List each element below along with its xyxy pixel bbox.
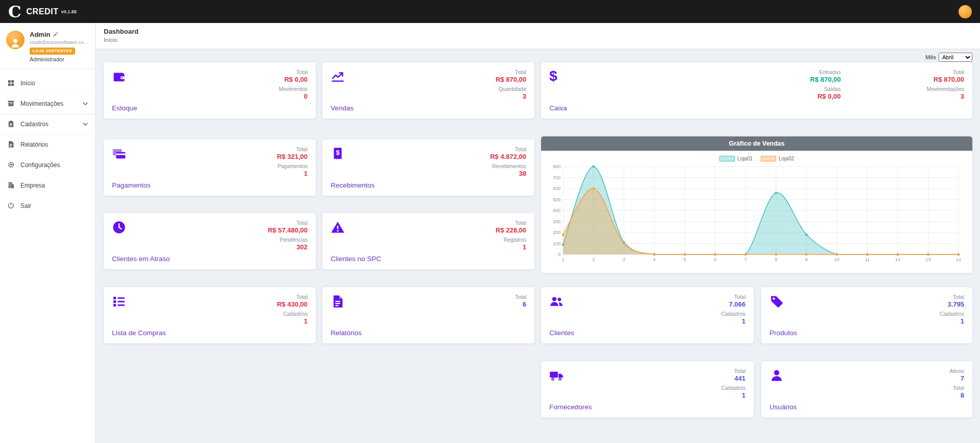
month-label: Mês <box>925 54 936 60</box>
legend-swatch <box>761 156 776 161</box>
svg-text:14: 14 <box>956 257 961 262</box>
profile-avatar[interactable] <box>6 31 25 49</box>
card-fornecedores[interactable]: Fornecedores Total 441 Cadastros 1 <box>541 361 754 417</box>
card-recebimentos[interactable]: $ Recebimentos Total R$ 4.872,00 Recebim… <box>322 139 534 196</box>
svg-text:100: 100 <box>553 241 561 246</box>
app-version: v0.1.88 <box>61 9 77 14</box>
svg-text:11: 11 <box>865 257 870 262</box>
breadcrumb[interactable]: Início <box>104 37 972 43</box>
svg-text:$: $ <box>336 149 339 156</box>
card-title: Clientes em Atraso <box>112 255 170 263</box>
file-text-icon <box>331 294 362 309</box>
svg-text:1: 1 <box>562 257 564 262</box>
legend-item[interactable]: Loja01 <box>719 156 753 161</box>
credit-cards-icon <box>112 146 151 161</box>
file-icon <box>7 141 15 148</box>
power-icon <box>7 202 15 209</box>
sidebar-nav: Início Movimentações Cadastros Relatório… <box>0 69 95 216</box>
sidebar-item-movimentacoes[interactable]: Movimentações <box>0 94 95 114</box>
month-select[interactable]: Abril <box>939 53 972 62</box>
chart-line-icon <box>331 69 354 84</box>
chevron-down-icon <box>83 102 88 105</box>
svg-text:3: 3 <box>623 257 625 262</box>
box-icon <box>7 100 15 107</box>
svg-text:200: 200 <box>553 230 561 235</box>
card-title: Relatórios <box>331 329 362 337</box>
svg-text:400: 400 <box>553 208 561 213</box>
card-pagamentos[interactable]: Pagamentos Total R$ 321,00 Pagamentos 1 <box>104 139 316 196</box>
card-clientes-no-spc[interactable]: Clientes no SPC Total R$ 228,00 Registro… <box>322 213 534 269</box>
topbar: C CREDIT v0.1.88 <box>0 0 980 23</box>
legend-label: Loja02 <box>779 156 794 161</box>
legend-label: Loja01 <box>737 156 753 161</box>
svg-text:300: 300 <box>553 219 561 224</box>
card-clientes-em-atraso[interactable]: Clientes em Atraso Total R$ 57.480,00 Pe… <box>104 213 316 269</box>
card-clientes[interactable]: Clientes Total 7.066 Cadastros 1 <box>541 287 754 343</box>
card-title: Clientes no SPC <box>331 255 381 263</box>
chevron-down-icon <box>83 123 88 126</box>
card-caixa[interactable]: $ Caixa Entradas R$ 870,00 Saídas R$ 0,0… <box>541 62 972 119</box>
receipt-dollar-icon: $ <box>331 146 375 161</box>
svg-text:2: 2 <box>592 257 595 262</box>
sidebar-item-sair[interactable]: Sair <box>0 196 95 216</box>
profile-block: Admin credit@anronsoftware.co... LOJA VE… <box>0 23 95 69</box>
sales-chart-panel: Gráfico de Vendas Loja01Loja02 010020030… <box>541 136 972 273</box>
brand-name: CREDIT <box>26 7 58 16</box>
legend-swatch <box>719 156 735 161</box>
dollar-icon: $ <box>549 69 567 83</box>
card-estoque[interactable]: Estoque Total R$ 0,00 Movimentos 0 <box>104 62 316 119</box>
svg-text:8: 8 <box>775 257 777 262</box>
profile-email: credit@anronsoftware.co... <box>30 39 88 45</box>
svg-text:600: 600 <box>553 186 561 191</box>
sidebar-item-configuracoes[interactable]: Configurações <box>0 155 95 175</box>
truck-icon <box>549 368 592 383</box>
profile-role: Administrador <box>30 56 88 62</box>
clipboard-icon <box>7 120 15 128</box>
card-title: Pagamentos <box>112 181 151 189</box>
svg-text:9: 9 <box>805 257 808 262</box>
card-lista-de-compras[interactable]: Lista de Compras Total R$ 430,00 Cadastr… <box>104 287 316 343</box>
edit-pencil-icon[interactable] <box>53 32 58 37</box>
svg-text:4: 4 <box>653 257 656 262</box>
user-icon <box>769 368 797 383</box>
sidebar-item-empresa[interactable]: Empresa <box>0 175 95 196</box>
sidebar-item-relatorios[interactable]: Relatórios <box>0 134 95 155</box>
store-badge: LOJA VERTENTES <box>30 48 75 55</box>
sidebar-item-cadastros[interactable]: Cadastros <box>0 114 95 134</box>
page-title: Dashboard <box>104 28 972 35</box>
svg-text:13: 13 <box>925 257 930 262</box>
app-logo: C <box>8 4 21 20</box>
list-icon <box>112 294 166 309</box>
grid-icon <box>7 79 15 87</box>
card-vendas[interactable]: Vendas Total R$ 870,00 Quantidade 3 <box>322 62 534 119</box>
building-icon <box>7 181 15 189</box>
card-usuarios[interactable]: Usuários Ativos 7 Total 8 <box>761 361 972 417</box>
legend-item[interactable]: Loja02 <box>761 156 794 161</box>
svg-text:6: 6 <box>714 257 716 262</box>
card-title: Clientes <box>549 329 574 337</box>
tag-icon <box>769 294 797 309</box>
chart-legend: Loja01Loja02 <box>548 153 966 164</box>
card-produtos[interactable]: Produtos Total 3.795 Cadastros 1 <box>761 287 972 343</box>
chart-title: Gráfico de Vendas <box>541 136 972 151</box>
svg-text:500: 500 <box>553 197 561 202</box>
month-filter: Mês Abril <box>925 53 972 62</box>
warning-icon <box>331 220 381 235</box>
users-icon <box>549 294 574 309</box>
svg-text:800: 800 <box>553 164 561 169</box>
card-title: Usuários <box>769 403 797 411</box>
clock-icon <box>112 220 170 235</box>
svg-text:7: 7 <box>744 257 747 262</box>
card-relatorios[interactable]: Relatórios Total 6 <box>322 287 534 343</box>
card-title: Vendas <box>331 104 354 112</box>
wallet-icon <box>112 69 137 84</box>
gear-icon <box>7 161 15 169</box>
svg-text:700: 700 <box>553 175 561 180</box>
card-title: Recebimentos <box>331 181 375 189</box>
card-title: Lista de Compras <box>112 329 166 337</box>
sales-chart: 0100200300400500600700800123456789101112… <box>548 164 965 264</box>
sidebar-item-inicio[interactable]: Início <box>0 73 95 94</box>
profile-name: Admin <box>30 31 88 38</box>
user-avatar[interactable] <box>959 5 972 18</box>
page-header: Dashboard Início <box>96 23 980 49</box>
